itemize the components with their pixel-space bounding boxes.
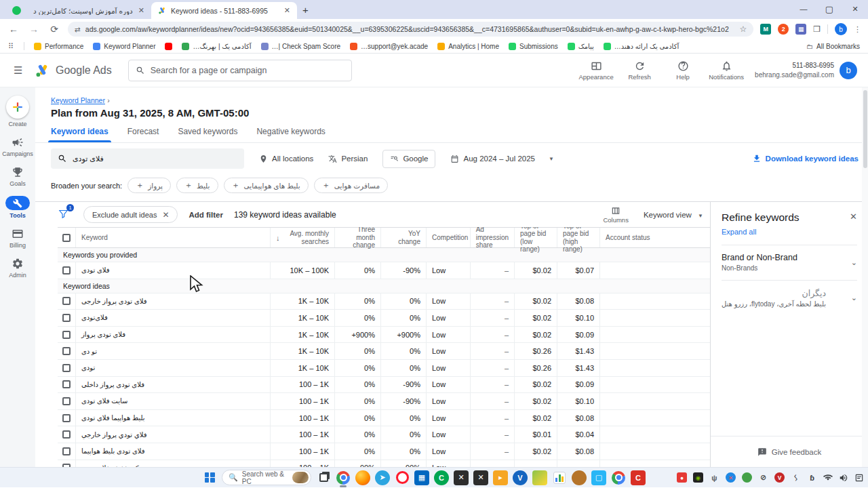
remove-filter-icon[interactable]: ✕ xyxy=(162,210,169,220)
bookmark-item[interactable]: support@yek.acade… xyxy=(350,43,428,50)
extension-grid-icon[interactable]: ▦ xyxy=(795,24,806,35)
all-bookmarks-button[interactable]: 🗀 All Bookmarks xyxy=(806,43,860,50)
bookmark-star-icon[interactable]: ☆ xyxy=(739,24,747,34)
wifi-icon[interactable] xyxy=(823,473,833,483)
bookmark-item[interactable]: Performance xyxy=(34,43,83,50)
row-checkbox[interactable] xyxy=(62,414,71,422)
table-row[interactable]: فلای تودی پرواز 1K – 10K +900% +900% Low… xyxy=(58,327,710,344)
broaden-chip[interactable]: ＋ بلیط xyxy=(176,178,218,193)
row-checkbox[interactable] xyxy=(62,430,71,439)
row-checkbox[interactable] xyxy=(62,331,71,339)
bluestacks-icon[interactable] xyxy=(532,470,547,485)
touch-keyboard-icon[interactable]: ɓ xyxy=(807,472,817,483)
page-scrollbar[interactable] xyxy=(862,87,868,467)
appearance-button[interactable]: Appearance xyxy=(577,60,615,81)
table-row[interactable]: فلای تودی پرواز خارجی 1K – 10K 0% 0% Low… xyxy=(58,293,710,310)
col-keyword[interactable]: Keyword xyxy=(76,228,271,247)
chart-app-icon[interactable] xyxy=(552,470,567,485)
columns-button[interactable]: Columns xyxy=(603,206,629,224)
v-app-icon[interactable]: V xyxy=(513,470,528,485)
row-checkbox[interactable] xyxy=(62,314,71,322)
green-globe-icon[interactable] xyxy=(742,472,752,483)
window-maximize-button[interactable]: ▢ xyxy=(816,0,842,18)
col-competition[interactable]: Competition xyxy=(427,228,471,247)
chrome-icon[interactable] xyxy=(336,470,351,485)
col-three-month-change[interactable]: Three month change xyxy=(335,228,381,247)
mic-icon[interactable]: ᛊ xyxy=(791,472,801,483)
date-range-selector[interactable]: Aug 2024 – Jul 2025 ▼ xyxy=(450,155,553,163)
breadcrumb-link[interactable]: Keyword Planner xyxy=(51,96,105,104)
table-row[interactable]: کد تخفیف فلای تودی 100 – 1K -90% -90% Lo… xyxy=(58,460,710,467)
table-row[interactable]: سایت فلای تودی 100 – 1K 0% -90% Low – $0… xyxy=(58,393,710,410)
table-row[interactable]: فلای تودی 10K – 100K 0% -90% Low – $0.02… xyxy=(58,262,710,279)
new-tab-button[interactable]: + xyxy=(302,4,309,16)
broaden-chip[interactable]: ＋ پرواز xyxy=(127,178,171,193)
browser-tab-1[interactable]: دوره آموزش اوسینت؛ کامل‌ترین د ✕ xyxy=(5,2,151,19)
bookmark-item[interactable]: Submissions xyxy=(509,43,558,50)
tab-saved-keywords[interactable]: Saved keywords xyxy=(178,127,237,142)
download-keyword-ideas-button[interactable]: Download keyword ideas xyxy=(752,154,859,163)
window-minimize-button[interactable]: — xyxy=(791,0,816,18)
row-checkbox[interactable] xyxy=(62,464,71,467)
net-blocked-icon[interactable]: ✕ xyxy=(726,472,736,483)
browser-tab-2[interactable]: Keyword ideas - 511-883-6995 ✕ xyxy=(151,2,297,19)
col-ad-impression-share[interactable]: Ad impression share xyxy=(471,228,515,247)
main-menu-icon[interactable]: ☰ xyxy=(14,64,26,77)
tab-close-icon[interactable]: ✕ xyxy=(283,6,292,15)
calculator-icon[interactable]: ▦ xyxy=(414,470,429,485)
give-feedback-button[interactable]: Give feedback xyxy=(711,436,868,467)
food-app-icon[interactable] xyxy=(572,470,587,485)
extensions-puzzle-icon[interactable]: ❒ xyxy=(813,24,821,34)
tab-keyword-ideas[interactable]: Keyword ideas xyxy=(51,127,108,142)
tab-forecast[interactable]: Forecast xyxy=(127,127,159,142)
sidebar-item-tools[interactable]: Tools xyxy=(5,196,30,219)
bookmark-item[interactable]: آکادمی یک | بهرنگ… xyxy=(182,43,251,50)
nvidia-icon[interactable]: ◉ xyxy=(693,472,703,483)
bookmark-item[interactable]: Keyword Planner xyxy=(93,43,155,50)
help-button[interactable]: Help xyxy=(664,60,702,81)
site-settings-icon[interactable]: ⇄ xyxy=(75,25,81,33)
row-checkbox[interactable] xyxy=(62,297,71,305)
account-avatar[interactable]: b xyxy=(840,62,857,79)
table-row[interactable]: فلای تودی پرواز داخلی 100 – 1K 0% -90% L… xyxy=(58,377,710,394)
firefox-icon[interactable] xyxy=(355,470,370,485)
action-center-icon[interactable] xyxy=(854,473,864,483)
bookmark-item[interactable]: Check Spam Score |… xyxy=(261,43,341,50)
notifications-button[interactable]: Notifications xyxy=(707,60,745,81)
chrome-2-icon[interactable] xyxy=(611,470,626,485)
tab-close-icon[interactable]: ✕ xyxy=(137,6,146,15)
camtasia-rec-icon[interactable]: C xyxy=(631,470,646,485)
refresh-button[interactable]: Refresh xyxy=(620,60,658,81)
table-row[interactable]: بلیط هواپیما فلای تودی 100 – 1K 0% 0% Lo… xyxy=(58,410,710,427)
table-row[interactable]: فلای تودی بلیط هواپیما 100 – 1K 0% 0% Lo… xyxy=(58,443,710,460)
task-view-icon[interactable] xyxy=(316,470,331,485)
red-app-icon[interactable]: ● xyxy=(677,472,687,483)
bookmark-item[interactable] xyxy=(165,43,172,50)
exclude-adult-ideas-chip[interactable]: Exclude adult ideas ✕ xyxy=(83,206,178,223)
col-top-of-page-bid-low[interactable]: Top of page bid (low range) xyxy=(515,228,557,247)
telegram-icon[interactable]: ➤ xyxy=(375,470,390,485)
expand-all-link[interactable]: Expand all xyxy=(722,228,756,236)
sidebar-item-create[interactable]: Create xyxy=(6,96,29,127)
col-top-of-page-bid-high[interactable]: Top of page bid (high range) xyxy=(557,228,600,247)
window-close-button[interactable]: ✕ xyxy=(842,0,868,18)
network-selector[interactable]: Google xyxy=(382,150,435,168)
usb-icon[interactable]: ψ xyxy=(709,472,719,483)
scrollbar-thumb[interactable] xyxy=(863,90,867,168)
col-avg-monthly-searches[interactable]: ↓Avg. monthly searches xyxy=(271,228,335,247)
pc-app-icon[interactable]: ▢ xyxy=(591,470,606,485)
keyword-view-dropdown[interactable]: Keyword view ▼ xyxy=(644,211,703,219)
locations-selector[interactable]: All locations xyxy=(259,155,313,163)
sidebar-item-billing[interactable]: Billing xyxy=(9,228,26,249)
broaden-chip[interactable]: ＋ بلیط های هواپیمایی xyxy=(224,178,309,193)
sidebar-item-goals[interactable]: Goals xyxy=(9,166,26,187)
language-selector[interactable]: Persian xyxy=(328,155,368,163)
row-checkbox[interactable] xyxy=(62,266,71,274)
col-account-status[interactable]: Account status xyxy=(600,228,710,247)
refine-section-brand[interactable]: Brand or Non-Brand Non-Brands ⌄ xyxy=(722,245,857,272)
select-all-checkbox[interactable] xyxy=(62,234,71,242)
refine-section-others[interactable]: دیگران بلیط لحظه آخری، flytoday، رزرو هت… xyxy=(722,280,857,308)
table-row[interactable]: فلاي تودي پرواز خارجي 100 – 1K 0% 0% Low… xyxy=(58,426,710,443)
gmail-extension-icon[interactable]: M xyxy=(760,24,771,35)
utility-black-2-icon[interactable]: ✕ xyxy=(473,470,488,485)
